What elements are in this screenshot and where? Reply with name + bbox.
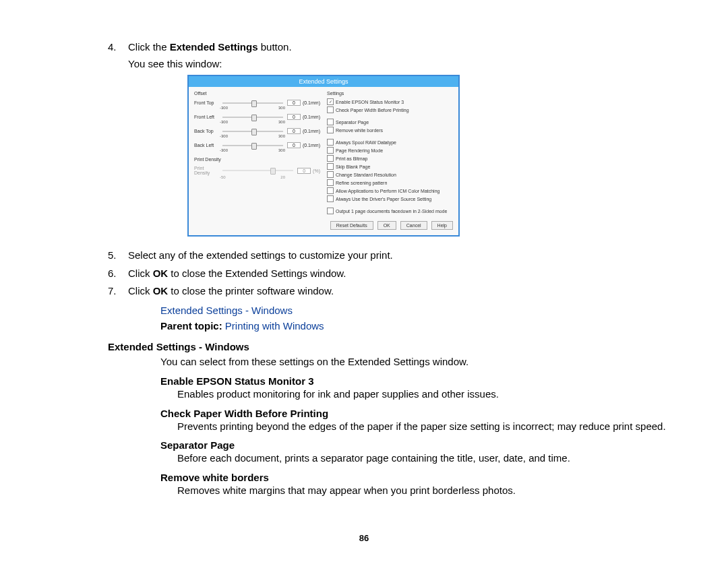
link-parent-topic[interactable]: Printing with Windows	[225, 320, 324, 332]
slider-print-density: Print Density 0 (%)	[194, 166, 320, 175]
cb-print-bitmap[interactable]: Print as Bitmap	[327, 155, 453, 162]
cb-refine-screening[interactable]: Refine screening pattern	[327, 179, 453, 186]
def-term-3: Remove white borders	[160, 472, 675, 483]
cb-spool-raw[interactable]: Always Spool RAW Datatype	[327, 139, 453, 146]
print-density-label: Print Density	[194, 157, 320, 162]
slider-back-left[interactable]: Back Left 0 (0.1mm)	[194, 142, 320, 148]
step-number: 4.	[108, 40, 128, 54]
slider-front-left[interactable]: Front Left 0 (0.1mm)	[194, 114, 320, 120]
step-5: 5. Select any of the extended settings t…	[108, 249, 675, 262]
cb-paper-source[interactable]: Always Use the Driver's Paper Source Set…	[327, 195, 453, 202]
section-title: Extended Settings - Windows	[108, 341, 675, 352]
step-4-sub: You see this window:	[128, 58, 675, 69]
slider-front-top[interactable]: Front Top 0 (0.1mm)	[194, 100, 320, 106]
step-4: 4. Click the Extended Settings button.	[108, 40, 675, 54]
offset-label: Offset	[194, 91, 320, 96]
cancel-button[interactable]: Cancel	[400, 221, 427, 230]
slider-back-top[interactable]: Back Top 0 (0.1mm)	[194, 128, 320, 134]
step-7: 7. Click OK to close the printer softwar…	[108, 284, 675, 298]
def-term-1: Check Paper Width Before Printing	[160, 408, 675, 419]
page-number: 86	[0, 533, 728, 543]
ok-button[interactable]: OK	[377, 221, 396, 230]
cb-separator-page[interactable]: Separator Page	[327, 119, 453, 125]
cb-change-resolution[interactable]: Change Standard Resolution	[327, 171, 453, 178]
def-body-3: Removes white margins that may appear wh…	[177, 484, 675, 497]
cb-skip-blank[interactable]: Skip Blank Page	[327, 163, 453, 170]
cb-icm-matching[interactable]: Allow Applications to Perform ICM Color …	[327, 187, 453, 194]
dialog-title: Extended Settings	[189, 76, 458, 87]
step-6: 6. Click OK to close the Extended Settin…	[108, 267, 675, 280]
step-text: Click the Extended Settings button.	[128, 40, 675, 54]
def-term-0: Enable EPSON Status Monitor 3	[160, 375, 675, 387]
def-body-1: Prevents printing beyond the edges of th…	[177, 420, 675, 433]
extended-settings-dialog: Extended Settings Offset Front Top 0 (0.…	[187, 75, 460, 237]
def-body-0: Enables product monitoring for ink and p…	[177, 387, 675, 401]
cb-facedown-2sided[interactable]: Output 1 page documents facedown in 2-Si…	[327, 208, 453, 214]
link-extended-settings[interactable]: Extended Settings - Windows	[160, 305, 293, 316]
settings-label: Settings	[327, 91, 453, 96]
reset-defaults-button[interactable]: Reset Defaults	[330, 221, 373, 230]
help-button[interactable]: Help	[431, 221, 453, 230]
parent-topic: Parent topic: Printing with Windows	[160, 320, 675, 332]
section-intro: You can select from these settings on th…	[160, 355, 675, 369]
def-term-2: Separator Page	[160, 439, 675, 451]
cb-check-paper-width[interactable]: Check Paper Width Before Printing	[327, 106, 453, 113]
cb-page-rendering[interactable]: Page Rendering Mode	[327, 147, 453, 154]
def-body-2: Before each document, prints a separator…	[177, 451, 675, 465]
cb-remove-white-borders[interactable]: Remove white borders	[327, 127, 453, 133]
cb-enable-status-monitor[interactable]: ✓Enable EPSON Status Monitor 3	[327, 98, 453, 105]
